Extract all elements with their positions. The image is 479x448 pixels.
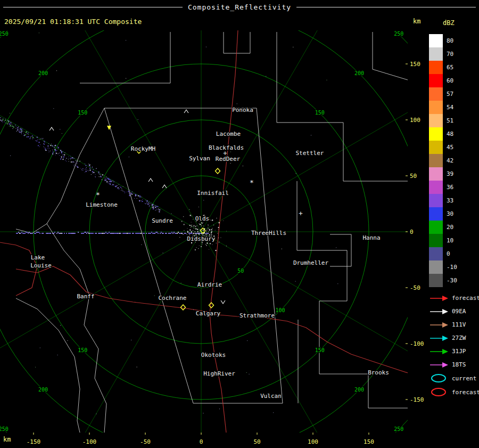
legend-item-label: forecast: [452, 389, 479, 396]
boundary-line: [80, 32, 170, 83]
legend-item: 18TS: [429, 358, 479, 371]
legend-item: current: [429, 371, 479, 385]
colorbar-swatch: [429, 167, 443, 181]
boundary-line: [373, 32, 408, 80]
colorbar-swatch: [429, 221, 443, 234]
colorbar-value: 60: [447, 74, 453, 87]
legend-item: 09EA: [429, 305, 479, 318]
colorbar-entry: -30: [429, 274, 457, 287]
x-axis-tick-label: 0: [200, 438, 203, 445]
boundary-line: [16, 108, 104, 233]
asterisk-marker: *: [250, 178, 254, 186]
colorbar-swatch: [429, 181, 443, 194]
city-label-blackfalds: Blackfalds: [209, 144, 244, 151]
colorbar-value: 65: [447, 61, 453, 74]
colorbar-value: 0: [447, 247, 450, 260]
colorbar-value: -10: [447, 260, 457, 274]
colorbar-swatch: [429, 61, 443, 74]
x-axis-unit-label: km: [3, 436, 11, 443]
colorbar-entry: 33: [429, 194, 457, 207]
x-axis-tick-label: 150: [364, 438, 374, 445]
colorbar-swatch: [429, 207, 443, 221]
colorbar-value: 20: [447, 221, 453, 234]
city-label-lacombe: Lacombe: [216, 131, 241, 137]
lightning-diamond-marker: [181, 305, 186, 310]
colorbar-scale: 807065605754514845423936333020100-10-30: [429, 34, 457, 287]
x-axis-tick-label: -150: [27, 438, 41, 445]
city-label-strathmore: Strathmore: [240, 312, 275, 319]
city-label-ponoka: Ponoka: [232, 107, 253, 113]
ring-distance-label: 200: [38, 387, 48, 393]
highway-line: [0, 242, 37, 296]
ring-distance-label: 200: [354, 387, 364, 393]
boundary-line: [16, 298, 80, 433]
colorbar-value: 30: [447, 207, 453, 221]
radial-line: [0, 232, 201, 392]
city-label-okotoks: Okotoks: [201, 352, 226, 359]
highway-line: [16, 266, 211, 312]
ring-distance-label: 150: [315, 110, 325, 116]
caret-marker: [49, 127, 54, 131]
colorbar-entry: -10: [429, 260, 457, 274]
colorbar-entry: 10: [429, 234, 457, 247]
city-label-olds: Olds: [195, 215, 210, 222]
boundary-line: [47, 224, 106, 433]
ring-distance-label: 250: [394, 31, 403, 37]
legend-item-label: 31JP: [452, 348, 466, 355]
highway-line: [212, 314, 408, 373]
legend-item: 27ZW: [429, 331, 479, 345]
plus-marker: +: [299, 209, 303, 217]
y-axis-tick-label: 0: [410, 229, 414, 235]
arrow-icon: [429, 320, 449, 330]
colorbar-value: -30: [447, 274, 457, 287]
ring-distance-label: 100: [275, 307, 285, 313]
colorbar-entry: 48: [429, 127, 457, 141]
arrow-icon: [429, 360, 449, 370]
colorbar-swatch: [429, 74, 443, 87]
city-label-sundre: Sundre: [152, 217, 173, 224]
x-axis-tick-label: -50: [140, 438, 151, 445]
colorbar-value: 42: [447, 154, 453, 167]
colorbar-value: 10: [447, 234, 453, 247]
ring-distance-label: 200: [354, 70, 364, 76]
colorbar-swatch: [429, 114, 443, 127]
city-label-sylvan: Sylvan: [189, 155, 210, 162]
ellipse-icon: [429, 387, 449, 397]
colorbar-swatch: [429, 101, 443, 114]
colorbar-value: 57: [447, 87, 453, 101]
city-label-lake: Lake: [31, 254, 45, 261]
colorbar-entry: 36: [429, 181, 457, 194]
y-axis-tick-label: -100: [410, 340, 424, 347]
colorbar-entry: 51: [429, 114, 457, 127]
city-label-vulcan: Vulcan: [260, 393, 282, 400]
colorbar-swatch: [429, 247, 443, 260]
colorbar-entry: 0: [429, 247, 457, 260]
colorbar-value: 48: [447, 127, 453, 141]
city-label-louise: Louise: [30, 262, 52, 269]
y-axis-tick-label: 50: [410, 173, 417, 180]
radar-map: **++PonokaLacombeBlackfaldsSylvanRedDeer…: [0, 0, 479, 448]
colorbar-entry: 80: [429, 34, 457, 47]
colorbar-swatch: [429, 194, 443, 207]
legend-item-label: forecast: [452, 295, 479, 302]
arrow-icon: [429, 333, 449, 343]
city-label-hanna: Hanna: [362, 234, 380, 241]
legend-item: 31JP: [429, 345, 479, 358]
colorbar-value: 54: [447, 101, 453, 114]
colorbar-swatch: [429, 141, 443, 154]
colorbar-swatch: [429, 34, 443, 47]
city-label-highriver: HighRiver: [203, 370, 235, 377]
colorbar-value: 36: [447, 181, 453, 194]
ring-distance-label: 200: [38, 70, 48, 76]
colorbar-value: 70: [447, 47, 453, 61]
colorbar-swatch: [429, 87, 443, 101]
colorbar-value: 45: [447, 141, 453, 154]
legend-item: 111V: [429, 318, 479, 331]
radial-line: [201, 0, 361, 232]
arrow-icon: [429, 294, 449, 303]
radial-line: [42, 0, 201, 232]
y-axis-tick-label: -150: [410, 396, 424, 403]
ellipse-icon: [429, 373, 449, 383]
city-label-reddeer: RedDeer: [216, 156, 241, 162]
colorbar-entry: 60: [429, 74, 457, 87]
